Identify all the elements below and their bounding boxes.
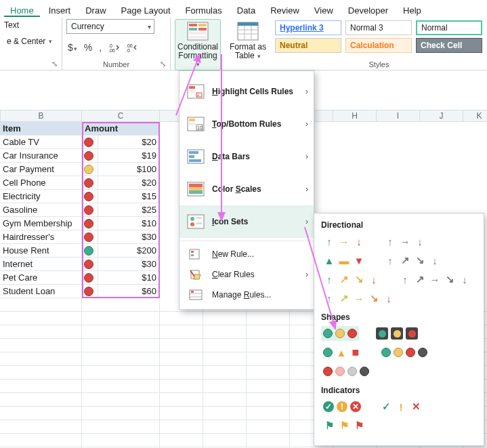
- cell-icon[interactable]: [82, 149, 98, 163]
- accounting-format-button[interactable]: $▾: [68, 42, 77, 53]
- cell-amount[interactable]: $10: [98, 271, 160, 285]
- tab-home[interactable]: Home: [4, 3, 40, 17]
- cell-style-calculation[interactable]: Calculation: [345, 38, 412, 53]
- cell-amount[interactable]: $100: [98, 163, 160, 176]
- empty-cell[interactable]: [160, 380, 203, 393]
- iconset-5arrows-colored[interactable]: ↑↗→↘↓: [321, 291, 397, 306]
- empty-cell[interactable]: [0, 434, 82, 447]
- column-header-B[interactable]: B: [0, 110, 82, 122]
- empty-cell[interactable]: [247, 312, 290, 325]
- dialog-launcher-icon[interactable]: ⤡: [51, 60, 58, 68]
- empty-cell[interactable]: [160, 434, 203, 447]
- empty-cell[interactable]: [0, 339, 82, 352]
- percent-format-button[interactable]: %: [84, 42, 92, 53]
- cell-item[interactable]: House Rent: [0, 244, 82, 258]
- empty-cell[interactable]: [203, 312, 247, 325]
- cell-item[interactable]: Cable TV: [0, 136, 82, 149]
- empty-cell[interactable]: [247, 434, 290, 447]
- iconset-3arrows-gray[interactable]: ↑→↓: [382, 234, 428, 249]
- empty-cell[interactable]: [82, 407, 160, 420]
- empty-cell[interactable]: [82, 366, 160, 380]
- cell-icon[interactable]: [82, 244, 98, 258]
- cell-icon[interactable]: [82, 190, 98, 203]
- column-header-H[interactable]: H: [333, 110, 377, 122]
- empty-cell[interactable]: [0, 325, 82, 339]
- cell-item[interactable]: Pet Care: [0, 271, 82, 285]
- cell-amount[interactable]: $10: [98, 217, 160, 230]
- empty-cell[interactable]: [160, 420, 203, 434]
- cell-amount[interactable]: $25: [98, 203, 160, 217]
- empty-cell[interactable]: [0, 420, 82, 434]
- iconset-3symbols-uncircled[interactable]: ✓!✕: [378, 399, 424, 414]
- cell-item[interactable]: Hairdresser's: [0, 230, 82, 244]
- empty-cell[interactable]: [203, 380, 247, 393]
- iconset-3triangles[interactable]: ▲▬▼: [321, 253, 367, 268]
- empty-cell[interactable]: [203, 434, 247, 447]
- empty-cell[interactable]: [203, 352, 247, 366]
- empty-cell[interactable]: [82, 420, 160, 434]
- column-header-I[interactable]: I: [377, 110, 420, 122]
- empty-cell[interactable]: [247, 366, 290, 380]
- column-header-K[interactable]: K: [463, 110, 487, 122]
- iconset-4arrows-gray[interactable]: ↑↗↘↓: [382, 253, 443, 268]
- tab-help[interactable]: Help: [397, 3, 427, 17]
- empty-cell[interactable]: [160, 325, 203, 339]
- empty-cell[interactable]: [160, 407, 203, 420]
- empty-cell[interactable]: [0, 352, 82, 366]
- iconset-3trafficlights-unrimmed[interactable]: [321, 326, 359, 341]
- empty-cell[interactable]: [203, 339, 247, 352]
- empty-cell[interactable]: [160, 393, 203, 407]
- cf-menu-icon-sets[interactable]: Icon Sets›: [179, 205, 314, 238]
- decrease-decimal-button[interactable]: .00.0: [126, 43, 137, 52]
- cf-menu-highlight-cells-rules[interactable]: ≤Highlight Cells Rules›: [179, 75, 314, 108]
- cell-item[interactable]: Electricity: [0, 190, 82, 203]
- cell-icon[interactable]: [82, 258, 98, 271]
- tab-data[interactable]: Data: [231, 3, 261, 17]
- tab-insert[interactable]: Insert: [43, 3, 77, 17]
- tab-developer[interactable]: Developer: [342, 3, 394, 17]
- cell-icon[interactable]: [82, 271, 98, 285]
- empty-cell[interactable]: [160, 339, 203, 352]
- empty-cell[interactable]: [203, 393, 247, 407]
- comma-format-button[interactable]: ,: [99, 42, 102, 53]
- empty-cell[interactable]: [247, 325, 290, 339]
- tab-formulas[interactable]: Formulas: [179, 3, 228, 17]
- header-item[interactable]: Item: [0, 122, 82, 136]
- empty-cell[interactable]: [82, 339, 160, 352]
- empty-cell[interactable]: [0, 407, 82, 420]
- empty-cell[interactable]: [160, 352, 203, 366]
- iconset-4trafficlights[interactable]: [379, 345, 429, 360]
- empty-cell[interactable]: [160, 312, 203, 325]
- empty-cell[interactable]: [0, 393, 82, 407]
- cell-icon[interactable]: [82, 217, 98, 230]
- iconset-3flags[interactable]: ⚑⚑⚑: [321, 418, 367, 433]
- cell-item[interactable]: Car Payment: [0, 163, 82, 176]
- column-header-J[interactable]: J: [420, 110, 463, 122]
- empty-cell[interactable]: [82, 380, 160, 393]
- cell-icon[interactable]: [82, 136, 98, 149]
- empty-cell[interactable]: [203, 366, 247, 380]
- cell-item[interactable]: Internet: [0, 258, 82, 271]
- cell-icon[interactable]: [82, 203, 98, 217]
- cell-style-normal3[interactable]: Normal 3: [345, 20, 412, 35]
- empty-cell[interactable]: [247, 407, 290, 420]
- tab-review[interactable]: Review: [264, 3, 305, 17]
- format-as-table-button[interactable]: Format as Table ▾: [225, 19, 271, 62]
- iconset-3trafficlights-rimmed[interactable]: [374, 326, 420, 341]
- cell-item[interactable]: Car Insurance: [0, 149, 82, 163]
- conditional-formatting-button[interactable]: Conditional Formatting ▾: [175, 19, 221, 70]
- cell-style-hyperlink3[interactable]: Hyperlink 3: [275, 20, 341, 35]
- cell-icon[interactable]: [82, 230, 98, 244]
- empty-cell[interactable]: [247, 380, 290, 393]
- iconset-3signs[interactable]: ▲◆: [321, 345, 364, 360]
- empty-cell[interactable]: [82, 325, 160, 339]
- cell-icon[interactable]: [82, 176, 98, 190]
- cell-amount[interactable]: $19: [98, 149, 160, 163]
- column-header-C[interactable]: C: [82, 110, 160, 122]
- empty-cell[interactable]: [82, 352, 160, 366]
- empty-cell[interactable]: [247, 352, 290, 366]
- cell-amount[interactable]: $60: [98, 285, 160, 298]
- empty-cell[interactable]: [203, 325, 247, 339]
- cell-amount[interactable]: $20: [98, 176, 160, 190]
- empty-cell[interactable]: [203, 407, 247, 420]
